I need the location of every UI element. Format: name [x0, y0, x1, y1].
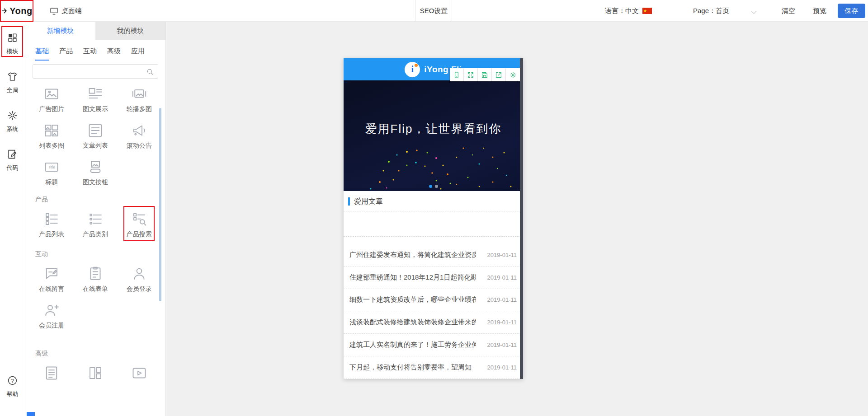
- svg-text:?: ?: [11, 378, 14, 383]
- logo[interactable]: Yong: [0, 0, 33, 22]
- shirt-icon: [7, 71, 18, 84]
- module-item-label: 广告图片: [39, 105, 64, 113]
- mobile-preview: i iYong Fli: [344, 58, 523, 379]
- settings-button[interactable]: [506, 68, 520, 81]
- article-list: 广州住建委发布通知，将简化建筑企业资质... 2019-01-11 住建部重磅通…: [344, 244, 523, 379]
- module-item-advanced-layout[interactable]: [74, 364, 118, 393]
- article-date: 2019-01-11: [487, 364, 517, 371]
- article-title: 细数一下建筑资质改革后，哪些企业业绩在...: [349, 295, 476, 304]
- module-item-product-list[interactable]: 产品列表: [30, 210, 74, 238]
- ad-image-icon: [43, 85, 60, 103]
- save-button[interactable]: 保存: [838, 4, 865, 18]
- mobile-view-button[interactable]: [450, 68, 464, 81]
- document-edit-icon: [7, 149, 18, 161]
- message-bubble-icon: [43, 265, 60, 282]
- editor-canvas: i iYong Fli: [166, 22, 868, 416]
- search-input[interactable]: [33, 65, 158, 78]
- search-icon[interactable]: [146, 68, 154, 77]
- module-item-product-search[interactable]: 产品搜索: [117, 210, 161, 238]
- module-item-article-list[interactable]: 文章列表: [74, 122, 118, 150]
- save-module-button[interactable]: [478, 68, 492, 81]
- hero-banner[interactable]: 爱用Flip，让世界看到你: [344, 80, 523, 191]
- member-register-icon: [43, 301, 60, 319]
- sidebar-item-label: 全局: [7, 86, 19, 94]
- sidebar-item-system[interactable]: 系统: [0, 110, 25, 133]
- sidebar-item-code[interactable]: 代码: [0, 149, 25, 172]
- module-item-online-message[interactable]: 在线留言: [30, 265, 74, 293]
- site-logo-icon: i: [405, 62, 420, 77]
- seo-settings-button[interactable]: SEO设置: [415, 0, 452, 22]
- advanced-module-grid: [25, 364, 165, 393]
- article-title: 建筑工人实名制真的来了！施工劳务企业何...: [349, 341, 476, 349]
- chevron-down-icon[interactable]: [751, 8, 757, 14]
- sidebar-item-global[interactable]: 全局: [0, 71, 25, 94]
- preview-button[interactable]: 预览: [813, 0, 826, 22]
- empty-module-placeholder[interactable]: [344, 211, 523, 237]
- clear-label: 清空: [782, 7, 795, 15]
- module-item-multi-image-list[interactable]: 列表多图: [30, 122, 74, 150]
- module-item-advanced-richtext[interactable]: [30, 364, 74, 393]
- sidebar-item-help[interactable]: ? 帮助: [0, 375, 25, 398]
- module-item-online-form[interactable]: 在线表单: [74, 265, 118, 293]
- category-advanced[interactable]: 高级: [107, 47, 121, 61]
- section-title: 爱用文章: [354, 197, 383, 206]
- sidebar-item-label: 系统: [7, 125, 19, 133]
- tab-new-modules[interactable]: 新增模块: [25, 22, 95, 40]
- module-item-scroll-notice[interactable]: 滚动公告: [117, 122, 161, 150]
- article-date: 2019-01-11: [487, 274, 517, 281]
- image-text-icon: [87, 85, 104, 103]
- preview-scrollbar[interactable]: [520, 58, 523, 379]
- category-product[interactable]: 产品: [59, 47, 73, 61]
- panel-tabs: 新增模块 我的模块: [25, 22, 165, 40]
- article-row[interactable]: 下月起，移动支付将告别零费率，望周知 2019-01-11: [344, 356, 523, 379]
- module-item-label: 会员登录: [127, 285, 152, 293]
- basic-module-grid: 广告图片 图文展示 轮播多图 列表多图 文章列表 滚动公告 Title 标题 图: [25, 85, 165, 187]
- carousel-dots[interactable]: [344, 185, 523, 188]
- section-accent-bar: [348, 197, 350, 206]
- module-item-ad-image[interactable]: 广告图片: [30, 85, 74, 113]
- device-switcher[interactable]: 桌面端: [50, 0, 82, 22]
- article-date: 2019-01-11: [487, 296, 517, 303]
- panel-bottom-fragment: [27, 412, 35, 416]
- module-item-member-register[interactable]: 会员注册: [30, 301, 74, 330]
- announcement-icon: [131, 122, 147, 139]
- module-item-carousel[interactable]: 轮播多图: [117, 85, 161, 113]
- clear-button[interactable]: 清空: [782, 0, 795, 22]
- carousel-dot-active[interactable]: [429, 185, 432, 188]
- article-row[interactable]: 广州住建委发布通知，将简化建筑企业资质... 2019-01-11: [344, 244, 523, 266]
- module-item-member-login[interactable]: 会员登录: [117, 265, 161, 293]
- module-item-product-category[interactable]: 产品类别: [74, 210, 118, 238]
- article-row[interactable]: 住建部重磅通知！2018年12月1日起简化勘察... 2019-01-11: [344, 266, 523, 289]
- article-row[interactable]: 建筑工人实名制真的来了！施工劳务企业何... 2019-01-11: [344, 334, 523, 356]
- module-item-label: 文章列表: [83, 142, 108, 150]
- panel-scrollbar[interactable]: [159, 108, 161, 301]
- sidebar-item-label: 帮助: [7, 390, 19, 398]
- section-title-product: 产品: [35, 196, 165, 204]
- module-item-image-button[interactable]: 图文按钮: [74, 158, 118, 187]
- article-date: 2019-01-11: [487, 319, 517, 326]
- page-label: Page：首页: [693, 7, 729, 15]
- modules-grid-icon: [7, 32, 18, 45]
- category-app[interactable]: 应用: [131, 47, 145, 61]
- fullscreen-button[interactable]: [464, 68, 478, 81]
- article-section-header[interactable]: 爱用文章: [344, 195, 523, 208]
- interact-module-grid: 在线留言 在线表单 会员登录 会员注册: [25, 265, 165, 330]
- page-selector[interactable]: Page：首页: [693, 0, 729, 22]
- product-category-icon: [87, 210, 104, 228]
- article-row[interactable]: 细数一下建筑资质改革后，哪些企业业绩在... 2019-01-11: [344, 289, 523, 312]
- sidebar-item-modules[interactable]: 模块: [0, 32, 25, 56]
- article-title: 广州住建委发布通知，将简化建筑企业资质...: [349, 251, 476, 259]
- module-item-title[interactable]: Title 标题: [30, 158, 74, 187]
- carousel-dot[interactable]: [435, 185, 438, 188]
- export-button[interactable]: [492, 68, 506, 81]
- category-interact[interactable]: 互动: [83, 47, 97, 61]
- logo-arrow-icon: [1, 7, 8, 14]
- module-item-image-text[interactable]: 图文展示: [74, 85, 118, 113]
- gear-icon: [7, 110, 18, 122]
- article-row[interactable]: 浅谈装配式装修给建筑装饰装修企业带来的... 2019-01-11: [344, 311, 523, 334]
- module-item-advanced-video[interactable]: [117, 364, 161, 393]
- tab-my-modules[interactable]: 我的模块: [95, 22, 165, 40]
- category-basic[interactable]: 基础: [35, 47, 49, 61]
- language-label: 语言：中文: [605, 7, 639, 15]
- language-selector[interactable]: 语言：中文 ★: [605, 0, 652, 22]
